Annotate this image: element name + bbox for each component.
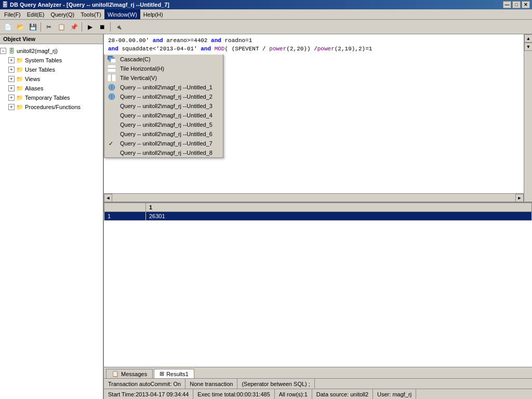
menu-untitled-3[interactable]: Query -- unitoll2\magf_rj --Untitled_3: [104, 101, 223, 111]
table-row[interactable]: 1 26301: [104, 212, 532, 221]
maximize-button[interactable]: □: [512, 1, 521, 8]
tree-toggle-system-tables[interactable]: +: [8, 57, 15, 63]
menu-untitled-2[interactable]: Query -- unitoll2\magf_rj --Untitled_2: [104, 92, 223, 101]
tree-toggle-aliases[interactable]: +: [8, 85, 15, 91]
new-button[interactable]: 📄: [2, 21, 14, 33]
untitled-2-label: Query -- unitoll2\magf_rj --Untitled_2: [120, 94, 212, 100]
tree-item-root[interactable]: − 🗄 unitoll2(magf_rj): [0, 46, 103, 56]
status-start-time: Start Time:2013-04-17 09:34:44: [104, 389, 193, 399]
scroll-left-btn[interactable]: ◄: [104, 194, 112, 202]
tile-v-icon: [108, 74, 116, 82]
tree-label-temp-tables: Temporary Tables: [25, 95, 70, 101]
svg-rect-3: [108, 65, 116, 68]
menu-cascade[interactable]: Cascade(C): [104, 55, 223, 64]
svg-rect-4: [108, 69, 116, 72]
tab-messages[interactable]: 📋 Messages: [106, 369, 153, 378]
folder-icon-procedures: 📁: [16, 103, 24, 111]
tree-toggle-root[interactable]: −: [0, 48, 6, 54]
stop-button[interactable]: ⏹: [97, 21, 108, 33]
tree-toggle-user-tables[interactable]: +: [8, 66, 15, 73]
status-bar-1: Transaction autoCommit: On None transact…: [104, 378, 532, 389]
tree-toggle-views[interactable]: +: [8, 76, 15, 82]
vertical-scrollbar[interactable]: ▲ ▼: [524, 34, 532, 202]
untitled-8-label: Query -- unitoll2\magf_rj --Untitled_8: [120, 150, 212, 156]
tree-item-views[interactable]: + 📁 Views: [0, 74, 103, 84]
status-autocommit: Transaction autoCommit: On: [104, 379, 185, 389]
untitled-7-label: Query -- unitoll2\magf_rj --Untitled_7: [120, 140, 212, 147]
tree-item-aliases[interactable]: + 📁 Aliases: [0, 84, 103, 93]
open-button[interactable]: 📂: [15, 21, 26, 33]
object-tree: − 🗄 unitoll2(magf_rj) + 📁 System Tables …: [0, 44, 103, 399]
title-bar-text: DB Query Analyzer - [Query -- unitoll2\m…: [10, 2, 169, 8]
status-rows: All row(s):1: [275, 389, 312, 399]
folder-icon-temp-tables: 📁: [16, 94, 24, 102]
connect-button[interactable]: 🔌: [113, 21, 124, 33]
globe-icon-1: [108, 84, 116, 91]
menu-tools[interactable]: Tools(T): [77, 9, 104, 19]
tree-toggle-procedures[interactable]: +: [8, 104, 15, 110]
scroll-right-btn[interactable]: ►: [515, 194, 524, 202]
menu-help[interactable]: Help(H): [140, 9, 166, 19]
tile-h-icon: [108, 65, 116, 72]
results-table: 1 1 26301: [104, 203, 532, 221]
cascade-icon: [108, 56, 116, 63]
object-view-header: Object View: [0, 34, 103, 44]
tree-item-procedures[interactable]: + 📁 Procedures/Functions: [0, 102, 103, 112]
menu-untitled-8[interactable]: Query -- unitoll2\magf_rj --Untitled_8: [104, 148, 223, 157]
paste-button[interactable]: 📌: [68, 21, 79, 33]
scroll-up-btn[interactable]: ▲: [524, 34, 532, 43]
results-grid[interactable]: 1 1 26301: [104, 203, 532, 367]
untitled-5-label: Query -- unitoll2\magf_rj --Untitled_5: [120, 122, 212, 128]
menu-untitled-7[interactable]: ✓ Query -- unitoll2\magf_rj --Untitled_7: [104, 139, 223, 148]
menu-untitled-5[interactable]: Query -- unitoll2\magf_rj --Untitled_5: [104, 120, 223, 129]
tree-label-aliases: Aliases: [25, 85, 43, 91]
check-icon: ✓: [109, 140, 113, 147]
status-exec-time: Exec time total:00:00:31:485: [193, 389, 274, 399]
tree-label-root: unitoll2(magf_rj): [17, 48, 58, 54]
save-button[interactable]: 💾: [27, 21, 38, 33]
svg-rect-5: [108, 74, 111, 82]
status-separator: (Seperator between SQL) ;: [237, 379, 314, 389]
menu-edit[interactable]: Edit(E): [24, 9, 48, 19]
folder-icon-aliases: 📁: [16, 84, 24, 92]
menu-bar: File(F) Edit(E) Query(Q) Tools(T) Window…: [0, 9, 532, 20]
menu-file[interactable]: File(F): [1, 9, 24, 19]
col-header-1: [104, 203, 146, 212]
globe-icon-2: [108, 93, 116, 100]
horizontal-scrollbar[interactable]: ◄ ►: [104, 193, 524, 202]
toolbar-sep-3: [110, 22, 111, 32]
tree-label-procedures: Procedures/Functions: [25, 104, 81, 110]
untitled-3-label: Query -- unitoll2\magf_rj --Untitled_3: [120, 103, 212, 109]
status-datasource: Data source: unitoll2: [312, 389, 373, 399]
close-button[interactable]: ✕: [522, 1, 530, 8]
folder-icon-system-tables: 📁: [16, 56, 24, 64]
menu-tile-vertical[interactable]: Tile Vertical(V): [104, 73, 223, 83]
tree-toggle-temp-tables[interactable]: +: [8, 95, 15, 101]
menu-untitled-6[interactable]: Query -- unitoll2\magf_rj --Untitled_6: [104, 129, 223, 139]
tab-bar: 📋 Messages ⊞ Results1: [104, 367, 532, 378]
menu-tile-horizontal[interactable]: Tile Horizontal(H): [104, 64, 223, 73]
svg-rect-6: [112, 74, 116, 82]
right-area: Cascade(C) Tile Horizontal(H): [104, 34, 532, 399]
app-icon: 🗄: [2, 2, 8, 8]
tree-label-user-tables: User Tables: [25, 66, 55, 73]
minimize-button[interactable]: —: [503, 1, 511, 8]
folder-icon-user-tables: 📁: [16, 65, 24, 74]
tab-results1[interactable]: ⊞ Results1: [154, 369, 194, 378]
tree-item-user-tables[interactable]: + 📁 User Tables: [0, 65, 103, 74]
toolbar-sep-2: [82, 22, 82, 32]
cut-button[interactable]: ✂: [43, 21, 55, 33]
sql-line-1: 28-00.00.00' and areano>=4402 and roadno…: [108, 36, 520, 45]
menu-window[interactable]: Window(W): [104, 9, 140, 19]
tree-item-temp-tables[interactable]: + 📁 Temporary Tables: [0, 93, 103, 102]
menu-untitled-4[interactable]: Query -- unitoll2\magf_rj --Untitled_4: [104, 111, 223, 120]
menu-query[interactable]: Query(Q): [47, 9, 77, 19]
scroll-down-btn[interactable]: ▼: [524, 43, 532, 51]
menu-untitled-1[interactable]: Query -- unitoll2\magf_rj --Untitled_1: [104, 83, 223, 92]
status-transaction: None transaction: [185, 379, 237, 389]
run-button[interactable]: ▶: [84, 21, 96, 33]
tab-results-label: Results1: [166, 371, 189, 377]
tree-item-system-tables[interactable]: + 📁 System Tables: [0, 56, 103, 65]
copy-button[interactable]: 📋: [56, 21, 67, 33]
untitled-6-label: Query -- unitoll2\magf_rj --Untitled_6: [120, 131, 212, 137]
